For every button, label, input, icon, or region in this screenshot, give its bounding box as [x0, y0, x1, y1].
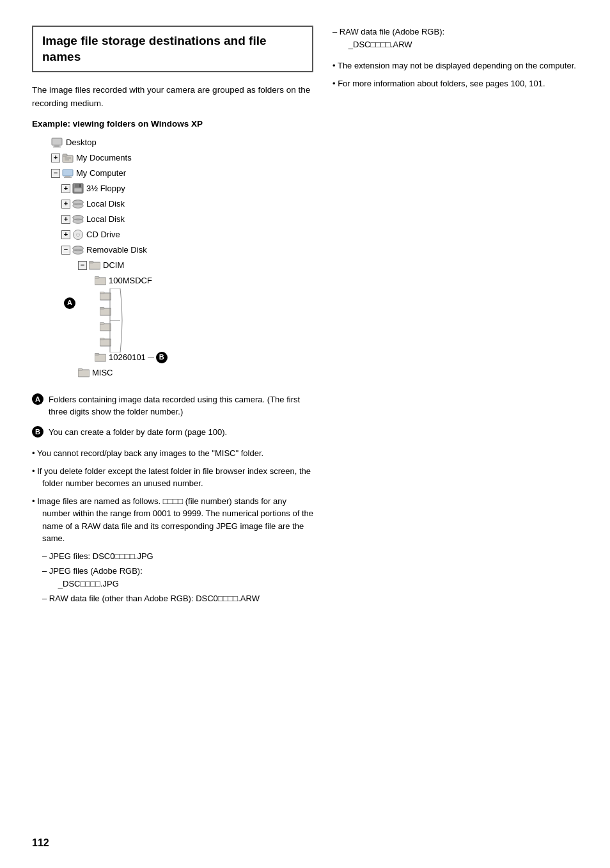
tree-item-removable-disk: Removable Disk	[61, 242, 313, 258]
bullet-note-2: If you delete folder except the latest f…	[32, 465, 313, 490]
expand-dcim	[78, 261, 87, 270]
badge-b: B	[156, 352, 168, 363]
expand-local-disk-1	[61, 200, 70, 209]
expand-cd-drive	[61, 230, 70, 239]
floppy-label: 3½ Floppy	[86, 181, 125, 196]
right-bullet-list: The extension may not be displayed depen…	[332, 59, 578, 90]
content-area: Image file storage destinations and file…	[32, 26, 578, 830]
my-computer-icon	[62, 168, 74, 179]
blank-folder-3-icon	[100, 321, 111, 333]
example-heading: Example: viewing folders on Windows XP	[32, 119, 313, 129]
folder-10260101-label: 10260101	[109, 350, 146, 365]
svg-rect-12	[74, 188, 82, 192]
svg-rect-44	[100, 339, 111, 346]
blank-folder-2-icon	[100, 306, 111, 317]
svg-rect-41	[100, 308, 104, 310]
svg-rect-32	[95, 278, 106, 285]
svg-rect-8	[63, 170, 73, 176]
svg-rect-14	[79, 184, 81, 187]
folder-100msdcf-icon	[95, 275, 106, 287]
right-column: RAW data file (Adobe RGB): _DSC□□□□.ARW …	[332, 26, 578, 830]
tree-item-local-disk-1: Local Disk	[61, 196, 313, 212]
file-format-raw-other: RAW data file (other than Adobe RGB): DS…	[42, 592, 313, 605]
svg-rect-9	[65, 176, 70, 177]
bullet-note-3: Image files are named as follows. □□□□ (…	[32, 495, 313, 545]
annotation-b-text: You can create a folder by date form (pa…	[49, 426, 227, 439]
annotation-a: A Folders containing image data recorded…	[32, 393, 313, 418]
removable-disk-icon	[72, 244, 84, 256]
svg-rect-30	[89, 262, 100, 269]
my-computer-children: 3½ Floppy Local Disk	[61, 181, 313, 381]
annotation-a-badge: A	[32, 393, 43, 405]
bullet-note-1: You cannot record/play back any images t…	[32, 447, 313, 460]
intro-text: The image files recorded with your camer…	[32, 84, 313, 110]
right-file-format-raw-rgb: RAW data file (Adobe RGB): _DSC□□□□.ARW	[332, 26, 578, 51]
my-documents-label: My Documents	[76, 150, 132, 165]
svg-point-25	[77, 234, 79, 235]
expand-removable-disk	[61, 246, 70, 255]
folder-100msdcf-label: 100MSDCF	[109, 273, 152, 288]
right-bullet-2: For more information about folders, see …	[332, 77, 578, 90]
svg-rect-13	[75, 184, 79, 187]
expand-local-disk-2	[61, 215, 70, 224]
folder-10260101-icon	[95, 352, 106, 363]
svg-rect-0	[52, 138, 62, 145]
dcim-folder-icon	[89, 260, 100, 271]
local-disk-2-icon	[72, 214, 84, 225]
svg-rect-1	[54, 145, 59, 146]
blank-folder-4-icon	[100, 336, 111, 348]
file-format-jpeg-rgb: JPEG files (Adobe RGB): _DSC□□□□.JPG	[42, 565, 313, 590]
badge-b-line	[148, 357, 154, 358]
page: Image file storage destinations and file…	[0, 0, 610, 868]
annotation-a-text: Folders containing image data recorded u…	[49, 393, 313, 418]
expand-my-documents	[51, 154, 60, 162]
svg-rect-45	[100, 338, 104, 340]
dcim-label: DCIM	[103, 258, 124, 272]
tree-item-10260101: 10260101 B	[95, 350, 313, 365]
svg-rect-49	[78, 369, 82, 371]
svg-rect-33	[95, 277, 99, 279]
title-box: Image file storage destinations and file…	[32, 26, 313, 72]
page-title: Image file storage destinations and file…	[42, 33, 303, 65]
tree-item-100msdcf: 100MSDCF	[95, 273, 313, 288]
svg-rect-47	[95, 354, 99, 356]
tree-item-blank-folder-2	[97, 304, 313, 319]
svg-rect-31	[89, 262, 93, 264]
svg-rect-10	[64, 177, 72, 178]
folder-tree: Desktop My Documents	[38, 135, 313, 381]
file-format-jpeg: JPEG files: DSC0□□□□.JPG	[42, 550, 313, 563]
page-number: 112	[32, 837, 49, 849]
expand-floppy	[61, 184, 70, 193]
local-disk-1-label: Local Disk	[86, 196, 125, 211]
svg-rect-46	[95, 354, 106, 361]
removable-disk-children: DCIM 100MSDCF	[78, 258, 313, 381]
svg-rect-48	[78, 370, 90, 377]
cd-drive-icon	[72, 229, 84, 241]
bullet-notes: You cannot record/play back any images t…	[32, 447, 313, 545]
tree-item-local-disk-2: Local Disk	[61, 212, 313, 227]
right-bullet-1: The extension may not be displayed depen…	[332, 59, 578, 72]
svg-rect-4	[63, 154, 67, 156]
floppy-icon	[72, 183, 84, 194]
right-file-format-list: RAW data file (Adobe RGB): _DSC□□□□.ARW	[332, 26, 578, 51]
dcim-children: 100MSDCF A	[95, 273, 313, 365]
misc-label: MISC	[92, 365, 113, 380]
file-format-list: JPEG files: DSC0□□□□.JPG JPEG files (Ado…	[42, 550, 313, 605]
tree-item-misc: MISC	[78, 365, 313, 381]
sub-folders-area: A	[97, 288, 313, 350]
svg-rect-43	[100, 323, 104, 325]
my-computer-label: My Computer	[76, 166, 126, 180]
annotation-b-badge: B	[32, 426, 43, 438]
badge-a: A	[64, 297, 75, 309]
svg-rect-2	[53, 146, 61, 148]
blank-folder-1-icon	[100, 290, 111, 302]
local-disk-1-icon	[72, 198, 84, 210]
cd-drive-label: CD Drive	[86, 227, 120, 242]
svg-rect-42	[100, 324, 111, 331]
tree-item-cd-drive: CD Drive	[61, 227, 313, 242]
tree-item-blank-folder-1	[97, 288, 313, 304]
removable-disk-label: Removable Disk	[86, 242, 147, 257]
tree-item-my-documents: My Documents	[38, 150, 313, 166]
tree-item-dcim: DCIM	[78, 258, 313, 273]
misc-folder-icon	[78, 367, 90, 379]
